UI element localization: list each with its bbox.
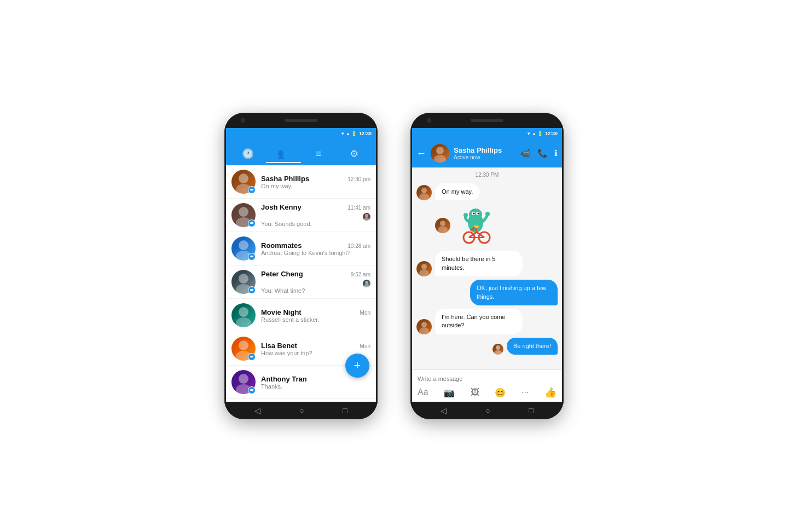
svg-point-42 xyxy=(419,269,429,276)
svg-point-13 xyxy=(236,317,251,327)
avatar-wrap-anthony xyxy=(231,370,256,394)
fab-new-conversation[interactable]: + xyxy=(345,354,369,378)
status-bar: ▼ ▲ 🔋 12:30 xyxy=(226,128,376,139)
info-icon[interactable]: ℹ xyxy=(554,148,558,158)
video-call-icon[interactable]: 📹 xyxy=(520,148,531,158)
app-header: 🕐 👥 ≡ ⚙ xyxy=(226,139,376,165)
avatar-wrap-sasha xyxy=(231,170,256,194)
svg-point-12 xyxy=(239,307,248,317)
svg-point-46 xyxy=(494,350,502,355)
phone-chat: ▼ ▲ 🔋 12:30 ← Sasha Phillips Active now … xyxy=(410,113,564,419)
conv-name-josh: Josh Kenny xyxy=(261,203,302,211)
conv-item-sasha[interactable]: Sasha Phillips 12:30 pm On my way. xyxy=(226,165,376,199)
svg-point-25 xyxy=(469,209,482,221)
conv-top-sasha: Sasha Phillips 12:30 pm xyxy=(261,175,370,183)
conv-item-peter[interactable]: Peter Cheng 9:52 am You: What time? xyxy=(226,265,376,299)
nav-home-button-2[interactable]: ○ xyxy=(485,406,490,415)
chat-avatar-sasha-2 xyxy=(435,218,450,233)
photo-icon[interactable]: 🖼 xyxy=(471,388,479,397)
bottom-nav-2: ◁ ○ □ xyxy=(410,402,564,419)
svg-point-21 xyxy=(419,193,429,200)
conv-top-peter: Peter Cheng 9:52 am xyxy=(261,270,370,287)
nav-back-button[interactable]: ◁ xyxy=(254,406,260,415)
conv-top-josh: Josh Kenny 11:41 am xyxy=(261,203,370,221)
svg-point-30 xyxy=(463,213,468,217)
tab-settings[interactable]: ⚙ xyxy=(337,148,372,163)
bottom-nav-1: ◁ ○ □ xyxy=(224,402,378,419)
phone-top-bar xyxy=(224,113,378,128)
conv-item-roommates[interactable]: Roommates 10:28 am Andrea: Going to Kevi… xyxy=(226,232,376,265)
status-icons-2: ▼ ▲ 🔋 xyxy=(526,131,543,136)
emoji-icon[interactable]: 😊 xyxy=(495,388,506,398)
chat-input-field[interactable] xyxy=(418,373,557,384)
like-button[interactable]: 👍 xyxy=(544,386,557,398)
svg-point-16 xyxy=(239,374,248,384)
conv-right-peter: 9:52 am xyxy=(351,271,370,287)
message-bubble-6: Be right there! xyxy=(507,338,558,355)
chat-area: 12:30 PM On my way. xyxy=(412,167,562,369)
chat-avatar-sasha-3 xyxy=(416,261,432,276)
conv-preview-anthony: Thanks. xyxy=(261,383,370,390)
conv-time-josh: 11:41 am xyxy=(347,205,370,211)
message-row-4: OK, just finishing up a few things. xyxy=(416,280,558,305)
conv-name-lisa: Lisa Benet xyxy=(261,342,297,350)
conv-name-roommates: Roommates xyxy=(261,241,302,250)
avatar-wrap-peter xyxy=(231,270,256,294)
tab-recent[interactable]: 🕐 xyxy=(230,148,266,163)
conv-item-josh[interactable]: Josh Kenny 11:41 am You: Sounds good. xyxy=(226,199,376,232)
phone1-screen: ▼ ▲ 🔋 12:30 🕐 👥 ≡ ⚙ xyxy=(226,128,376,402)
avatar-wrap-movie xyxy=(231,303,256,327)
svg-point-43 xyxy=(421,322,427,327)
svg-point-5 xyxy=(364,217,369,221)
read-receipt-peter xyxy=(363,280,370,287)
message-bubble-1: On my way. xyxy=(435,183,479,200)
message-row-6: Be right there! xyxy=(416,338,558,355)
svg-point-8 xyxy=(239,274,248,284)
nav-back-button-2[interactable]: ◁ xyxy=(441,406,447,415)
conv-content-peter: Peter Cheng 9:52 am You: What time? xyxy=(261,270,370,294)
svg-point-22 xyxy=(440,221,445,226)
conv-time-roommates: 10:28 am xyxy=(347,243,370,249)
phone2-screen: ▼ ▲ 🔋 12:30 ← Sasha Phillips Active now … xyxy=(412,128,562,402)
voice-call-icon[interactable]: 📞 xyxy=(537,148,548,158)
svg-point-6 xyxy=(239,240,248,250)
tab-menu[interactable]: ≡ xyxy=(301,148,337,163)
svg-point-31 xyxy=(485,212,490,216)
svg-point-41 xyxy=(421,264,427,269)
conv-preview-josh: You: Sounds good. xyxy=(261,221,370,227)
battery-icon-2: 🔋 xyxy=(537,131,543,136)
sticker-image xyxy=(454,204,497,247)
conv-content-sasha: Sasha Phillips 12:30 pm On my way. xyxy=(261,175,370,189)
conv-name-peter: Peter Cheng xyxy=(261,270,303,278)
svg-point-23 xyxy=(438,226,448,233)
message-bubble-4: OK, just finishing up a few things. xyxy=(470,280,558,305)
conv-preview-peter: You: What time? xyxy=(261,287,370,294)
conv-time-peter: 9:52 am xyxy=(351,271,370,277)
phone-speaker xyxy=(285,119,317,122)
chat-avatar-sasha-5 xyxy=(416,319,432,334)
chat-header: ← Sasha Phillips Active now 📹 📞 ℹ xyxy=(412,139,562,167)
battery-icon: 🔋 xyxy=(351,131,357,136)
tab-people[interactable]: 👥 xyxy=(266,148,302,163)
message-text-3: Should be there in 5 minutes. xyxy=(442,256,495,270)
nav-recent-button[interactable]: □ xyxy=(343,406,347,415)
svg-point-0 xyxy=(239,174,248,183)
svg-point-14 xyxy=(239,340,248,350)
nav-recent-button-2[interactable]: □ xyxy=(529,406,533,415)
conv-item-movie[interactable]: Movie Night Mon Russell sent a sticker. xyxy=(226,299,376,332)
back-button[interactable]: ← xyxy=(416,148,426,159)
more-options-icon[interactable]: ··· xyxy=(522,388,529,397)
conv-preview-roommates: Andrea: Going to Kevin's tonight? xyxy=(261,250,370,256)
sent-avatar-6 xyxy=(493,344,503,355)
messenger-badge-josh xyxy=(248,219,256,227)
phone-conversations: ▼ ▲ 🔋 12:30 🕐 👥 ≡ ⚙ xyxy=(224,113,378,419)
camera-icon[interactable]: 📷 xyxy=(444,388,455,398)
conversation-list: Sasha Phillips 12:30 pm On my way. xyxy=(226,165,376,402)
chat-input-area[interactable]: Aa 📷 🖼 😊 ··· 👍 xyxy=(412,369,562,402)
conv-right-josh: 11:41 am xyxy=(347,205,370,221)
conv-content-roommates: Roommates 10:28 am Andrea: Going to Kevi… xyxy=(261,241,370,256)
nav-home-button[interactable]: ○ xyxy=(299,406,304,415)
chat-header-avatar xyxy=(431,144,449,163)
font-size-icon[interactable]: Aa xyxy=(418,388,428,397)
chat-input-actions: Aa 📷 🖼 😊 ··· 👍 xyxy=(418,386,557,398)
